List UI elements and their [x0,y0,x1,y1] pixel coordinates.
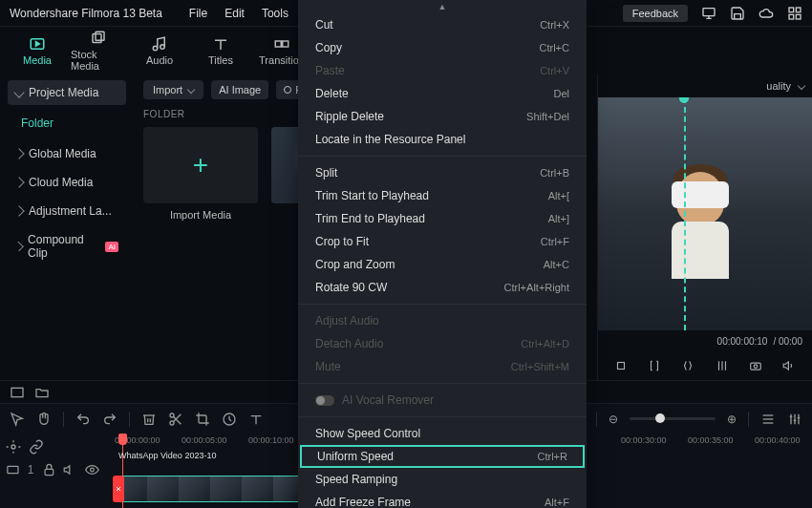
undo-icon[interactable] [75,412,91,427]
brackets2-icon[interactable] [681,359,694,372]
menu-item-uniform-speed[interactable]: Uniform SpeedCtrl+R [300,445,585,468]
select-icon[interactable] [10,412,25,427]
menu-shortcut: Alt+[ [548,190,569,201]
text-icon[interactable] [248,412,264,427]
menu-item-delete[interactable]: DeleteDel [298,82,587,105]
menu-item-label: Crop and Zoom [315,258,395,271]
mute-icon[interactable] [63,462,77,477]
menu-item-copy[interactable]: CopyCtrl+C [298,36,587,59]
adjust-icon[interactable] [6,439,21,455]
preview-header: uality [598,74,812,97]
sidebar-folder[interactable]: Folder [8,109,126,138]
menu-item-add-freeze-frame[interactable]: Add Freeze FrameAlt+F [298,491,587,508]
grid-icon[interactable] [787,6,802,21]
quality-dropdown[interactable]: uality [766,80,791,92]
scrub-handle[interactable] [679,97,689,103]
lock-icon[interactable] [42,462,56,477]
clip-start-marker[interactable] [113,476,124,502]
svg-rect-3 [789,14,794,19]
monitor-icon[interactable] [701,6,716,21]
menu-tools[interactable]: Tools [262,7,288,20]
menu-item-speed-ramping[interactable]: Speed Ramping [298,468,587,491]
svg-point-23 [11,445,15,449]
save-icon[interactable] [730,6,745,21]
chevron-down-icon [798,82,805,90]
sidebar-compound-clip[interactable]: Compound Clip AI [8,227,126,265]
menu-item-label: Delete [315,87,349,100]
svg-rect-25 [45,469,53,475]
tab-media[interactable]: Media [10,29,65,73]
crop-icon[interactable] [195,412,210,427]
zoom-in-icon[interactable]: ⊕ [727,413,737,426]
menu-item-trim-start-to-playhead[interactable]: Trim Start to PlayheadAlt+[ [298,184,587,207]
eye-icon[interactable] [85,462,99,477]
svg-rect-7 [96,32,104,40]
menu-item-label: Copy [315,41,342,54]
stock-icon [90,30,107,47]
delete-icon[interactable] [141,412,157,427]
menu-item-rotate-90-cw[interactable]: Rotate 90 CWCtrl+Alt+Right [298,276,587,299]
video-track-icon[interactable] [6,462,20,477]
link-icon[interactable] [29,439,44,455]
playhead-handle[interactable] [118,434,127,445]
sidebar-cloud-media[interactable]: Cloud Media [8,170,126,195]
timeline-clip[interactable] [115,476,306,502]
ai-image-button[interactable]: AI Image [211,80,268,99]
tab-audio[interactable]: Audio [132,29,187,73]
menu-item-ai-vocal-remover: AI Vocal Remover [298,389,587,412]
track-heads: 1 [0,434,105,508]
menu-shortcut: Ctrl+B [540,167,569,179]
zoom-slider[interactable] [630,417,716,420]
tab-titles[interactable]: Titles [193,29,248,73]
split-icon[interactable] [168,412,183,427]
menu-item-trim-end-to-playhead[interactable]: Trim End to PlayheadAlt+] [298,207,587,230]
media-icon [29,35,46,53]
sidebar-global-media[interactable]: Global Media [8,141,126,166]
menu-item-label: Trim Start to Playhead [315,189,429,202]
menu-shortcut: Ctrl+Shift+M [511,361,569,372]
menu-item-ripple-delete[interactable]: Ripple DeleteShift+Del [298,105,587,128]
hand-icon[interactable] [36,412,52,427]
speed-icon[interactable] [222,412,237,427]
titles-icon [212,35,229,53]
menu-file[interactable]: File [189,7,207,20]
menu-item-crop-to-fit[interactable]: Crop to FitCtrl+F [298,230,587,253]
preview-video[interactable] [598,97,812,330]
time-current: 00:00:00:10 [717,336,768,347]
speaker-icon[interactable] [782,359,796,372]
scroll-up-arrow[interactable]: ▲ [298,0,587,13]
import-media-tile[interactable]: + Import Media [143,127,258,221]
tab-label: Stock Media [71,49,126,72]
menu-item-split[interactable]: SplitCtrl+B [298,161,587,184]
camera-icon[interactable] [749,359,762,372]
sidebar-project-media[interactable]: Project Media [8,80,126,105]
brackets-icon[interactable] [648,359,661,372]
markers-icon[interactable] [716,359,729,372]
mixer-icon[interactable] [787,412,802,427]
menu-edit[interactable]: Edit [224,7,245,20]
redo-icon[interactable] [102,412,118,427]
tab-stock-media[interactable]: Stock Media [71,29,126,73]
menu-item-show-speed-control[interactable]: Show Speed Control [298,422,587,445]
menu-item-locate-in-the-resource-panel[interactable]: Locate in the Resource Panel [298,128,587,151]
list-icon[interactable] [760,412,776,427]
chevron-right-icon [13,148,24,159]
menu-item-label: Crop to Fit [315,235,369,248]
feedback-button[interactable]: Feedback [623,5,688,22]
menu-item-crop-and-zoom[interactable]: Crop and ZoomAlt+C [298,253,587,276]
svg-point-27 [91,468,95,472]
menu-shortcut: Ctrl+C [540,42,569,53]
svg-marker-15 [783,362,788,370]
menu-shortcut: Ctrl+V [540,65,569,76]
stop-icon[interactable] [614,359,628,372]
cloud-icon[interactable] [759,6,774,21]
panel-icon[interactable] [10,385,25,400]
menu-shortcut: Del [553,88,569,99]
folder-icon[interactable] [34,385,50,400]
sidebar-adjustment-layer[interactable]: Adjustment La... [8,199,126,223]
import-dropdown[interactable]: Import [143,80,203,99]
menu-item-cut[interactable]: CutCtrl+X [298,13,587,36]
ai-image-label: AI Image [219,84,261,95]
zoom-out-icon[interactable]: ⊖ [609,413,618,426]
sidebar-item-label: Cloud Media [29,176,93,189]
